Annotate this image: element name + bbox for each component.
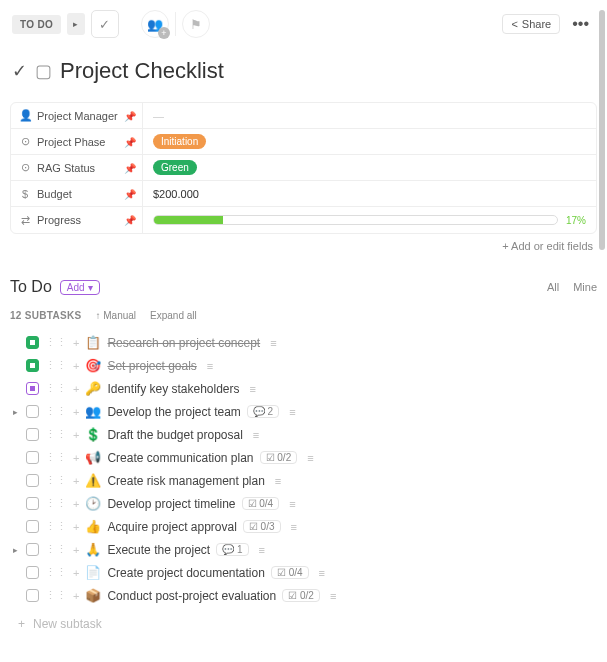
expand-caret[interactable]: ▸ [10, 407, 20, 417]
task-menu-icon[interactable]: ≡ [307, 452, 313, 464]
field-value[interactable]: Initiation [143, 129, 596, 154]
subtasks-badge[interactable]: ☑ 0/2 [282, 589, 320, 602]
task-checkbox[interactable] [26, 405, 39, 418]
task-title[interactable]: Acquire project approval [107, 520, 236, 534]
add-subtask-icon[interactable]: + [73, 567, 79, 579]
comments-badge[interactable]: 💬 2 [247, 405, 279, 418]
task-title[interactable]: Create project documentation [107, 566, 264, 580]
share-button[interactable]: < Share [502, 14, 560, 34]
subtasks-badge[interactable]: ☑ 0/4 [242, 497, 280, 510]
pin-icon[interactable]: 📌 [124, 162, 136, 173]
status-pill[interactable]: TO DO [12, 15, 61, 34]
task-menu-icon[interactable]: ≡ [289, 498, 295, 510]
drag-handle-icon[interactable]: ⋮⋮ [45, 474, 67, 487]
task-row[interactable]: ▸ ⋮⋮ + 👥 Develop the project team 💬 2 ≡ [6, 400, 601, 423]
task-row[interactable]: ▸ ⋮⋮ + 💲 Draft the budget proposal ≡ [6, 423, 601, 446]
task-menu-icon[interactable]: ≡ [270, 337, 276, 349]
drag-handle-icon[interactable]: ⋮⋮ [45, 451, 67, 464]
pin-icon[interactable]: 📌 [124, 215, 136, 226]
task-row[interactable]: ▸ ⋮⋮ + 📄 Create project documentation ☑ … [6, 561, 601, 584]
task-menu-icon[interactable]: ≡ [330, 590, 336, 602]
task-title[interactable]: Create communication plan [107, 451, 253, 465]
page-title[interactable]: Project Checklist [60, 58, 224, 84]
subtasks-badge[interactable]: ☑ 0/3 [243, 520, 281, 533]
drag-handle-icon[interactable]: ⋮⋮ [45, 566, 67, 579]
more-menu[interactable]: ••• [566, 15, 595, 33]
sort-manual[interactable]: ↑ Manual [95, 310, 136, 321]
pin-icon[interactable]: 📌 [124, 188, 136, 199]
task-row[interactable]: ▸ ⋮⋮ + 🔑 Identify key stakeholders ≡ [6, 377, 601, 400]
drag-handle-icon[interactable]: ⋮⋮ [45, 336, 67, 349]
task-row[interactable]: ▸ ⋮⋮ + 👍 Acquire project approval ☑ 0/3 … [6, 515, 601, 538]
task-row[interactable]: ▸ ⋮⋮ + 📋 Research on project concept ≡ [6, 331, 601, 354]
task-checkbox[interactable] [26, 566, 39, 579]
drag-handle-icon[interactable]: ⋮⋮ [45, 589, 67, 602]
add-subtask-icon[interactable]: + [73, 544, 79, 556]
complete-button[interactable]: ✓ [91, 10, 119, 38]
add-subtask-icon[interactable]: + [73, 337, 79, 349]
task-menu-icon[interactable]: ≡ [275, 475, 281, 487]
task-title[interactable]: Execute the project [107, 543, 210, 557]
task-row[interactable]: ▸ ⋮⋮ + ⚠️ Create risk management plan ≡ [6, 469, 601, 492]
task-menu-icon[interactable]: ≡ [291, 521, 297, 533]
add-subtask-icon[interactable]: + [73, 521, 79, 533]
task-checkbox[interactable] [26, 428, 39, 441]
task-menu-icon[interactable]: ≡ [259, 544, 265, 556]
task-checkbox[interactable] [26, 451, 39, 464]
task-title[interactable]: Conduct post-project evaluation [107, 589, 276, 603]
subtasks-badge[interactable]: ☑ 0/2 [260, 451, 298, 464]
add-button[interactable]: Add ▾ [60, 280, 100, 295]
progress[interactable]: 17% [153, 215, 586, 226]
task-title[interactable]: Set project goals [107, 359, 196, 373]
status-dropdown[interactable]: ▸ [67, 13, 85, 35]
task-row[interactable]: ▸ ⋮⋮ + 📦 Conduct post-project evaluation… [6, 584, 601, 607]
add-subtask-icon[interactable]: + [73, 383, 79, 395]
drag-handle-icon[interactable]: ⋮⋮ [45, 497, 67, 510]
comments-badge[interactable]: 💬 1 [216, 543, 248, 556]
add-subtask-icon[interactable]: + [73, 429, 79, 441]
field-value[interactable]: — [143, 103, 596, 128]
task-title[interactable]: Identify key stakeholders [107, 382, 239, 396]
task-checkbox[interactable] [26, 359, 39, 372]
drag-handle-icon[interactable]: ⋮⋮ [45, 405, 67, 418]
new-subtask-input[interactable]: + New subtask [0, 607, 607, 641]
field-value[interactable]: Green [143, 155, 596, 180]
task-title[interactable]: Research on project concept [107, 336, 260, 350]
add-subtask-icon[interactable]: + [73, 590, 79, 602]
add-subtask-icon[interactable]: + [73, 360, 79, 372]
task-menu-icon[interactable]: ≡ [253, 429, 259, 441]
field-value[interactable]: $200.000 [143, 181, 596, 206]
task-title[interactable]: Create risk management plan [107, 474, 264, 488]
drag-handle-icon[interactable]: ⋮⋮ [45, 382, 67, 395]
filter-all[interactable]: All [547, 281, 559, 293]
task-menu-icon[interactable]: ≡ [289, 406, 295, 418]
task-row[interactable]: ▸ ⋮⋮ + 🙏 Execute the project 💬 1 ≡ [6, 538, 601, 561]
add-subtask-icon[interactable]: + [73, 406, 79, 418]
drag-handle-icon[interactable]: ⋮⋮ [45, 359, 67, 372]
add-subtask-icon[interactable]: + [73, 498, 79, 510]
task-row[interactable]: ▸ ⋮⋮ + 📢 Create communication plan ☑ 0/2… [6, 446, 601, 469]
pin-icon[interactable]: 📌 [124, 110, 136, 121]
task-checkbox[interactable] [26, 474, 39, 487]
task-menu-icon[interactable]: ≡ [207, 360, 213, 372]
drag-handle-icon[interactable]: ⋮⋮ [45, 520, 67, 533]
task-checkbox[interactable] [26, 382, 39, 395]
drag-handle-icon[interactable]: ⋮⋮ [45, 428, 67, 441]
task-title[interactable]: Develop the project team [107, 405, 240, 419]
task-title[interactable]: Draft the budget proposal [107, 428, 242, 442]
tag[interactable]: Initiation [153, 134, 206, 149]
subtasks-badge[interactable]: ☑ 0/4 [271, 566, 309, 579]
task-checkbox[interactable] [26, 520, 39, 533]
task-menu-icon[interactable]: ≡ [319, 567, 325, 579]
tag[interactable]: Green [153, 160, 197, 175]
assignee-avatar[interactable]: 👥 + [141, 10, 169, 38]
task-checkbox[interactable] [26, 336, 39, 349]
expand-caret[interactable]: ▸ [10, 545, 20, 555]
pin-icon[interactable]: 📌 [124, 136, 136, 147]
task-checkbox[interactable] [26, 589, 39, 602]
add-edit-fields[interactable]: + Add or edit fields [0, 240, 593, 252]
field-value[interactable]: 17% [143, 207, 596, 233]
task-row[interactable]: ▸ ⋮⋮ + 🕑 Develop project timeline ☑ 0/4 … [6, 492, 601, 515]
drag-handle-icon[interactable]: ⋮⋮ [45, 543, 67, 556]
add-subtask-icon[interactable]: + [73, 452, 79, 464]
